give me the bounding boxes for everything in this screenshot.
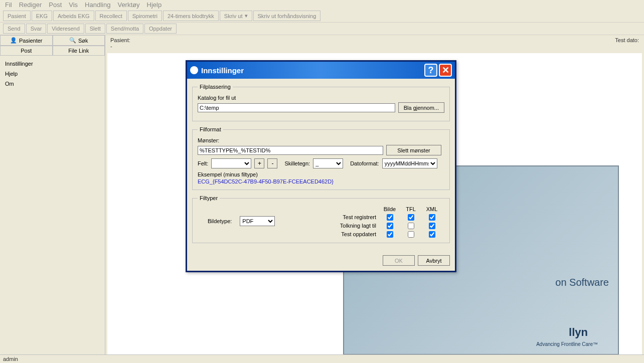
- chk-r3-tfl[interactable]: [408, 231, 414, 238]
- avbryt-button[interactable]: Avbryt: [418, 255, 450, 266]
- testdato-label: Test dato:: [615, 37, 639, 43]
- eksempel-value: ECG_{F54DC52C-47B9-4F50-B97E-FCEEACED462…: [198, 178, 444, 185]
- chk-r1-bilde[interactable]: [387, 214, 393, 221]
- minus-button[interactable]: -: [267, 158, 277, 168]
- bildetype-label: Bildetype:: [208, 218, 232, 224]
- datoformat-combo[interactable]: yyyyMMddHHmms: [382, 158, 437, 168]
- tb-slett[interactable]: Slett: [85, 24, 105, 34]
- subtab-filelink[interactable]: File Link: [53, 46, 105, 56]
- chk-r1-tfl[interactable]: [408, 214, 414, 221]
- dialog-title: Innstillinger: [201, 66, 244, 75]
- tab-pasienter[interactable]: 👤 Pasienter: [0, 35, 53, 46]
- dialog-icon: [190, 66, 198, 74]
- browse-button[interactable]: Bla gjennom...: [398, 102, 444, 113]
- tb-spirometri[interactable]: Spirometri: [128, 11, 162, 21]
- filtyper-group: Filtyper Bildetype: PDF Bilde TFL XML Te…: [192, 195, 450, 243]
- help-button[interactable]: ?: [424, 64, 437, 77]
- menu-handling[interactable]: Handling: [85, 1, 110, 9]
- tb-recollect[interactable]: Recollect: [95, 11, 127, 21]
- close-button[interactable]: ✕: [439, 64, 452, 77]
- katalog-input[interactable]: [198, 103, 395, 112]
- chk-r2-xml[interactable]: [429, 223, 435, 229]
- datoformat-label: Datoformat:: [350, 160, 379, 166]
- left-panel: 👤 Pasienter 🔍 Søk Post File Link Innstil…: [0, 35, 105, 359]
- row-tolkning: Tolkning lagt til: [340, 223, 376, 229]
- tb-oppdater[interactable]: Oppdater: [144, 24, 177, 34]
- statusbar: admin: [0, 354, 644, 363]
- filformat-group: Filformat Mønster: Slett mønster Felt: +…: [192, 126, 450, 190]
- skilletegn-combo[interactable]: _: [313, 158, 343, 168]
- katalog-label: Katalog for fil ut: [198, 95, 444, 101]
- row-test-oppdatert: Test oppdatert: [341, 231, 376, 238]
- tb-arbeids-ekg[interactable]: Arbeids EKG: [53, 11, 94, 21]
- slett-monster-button[interactable]: Slett mønster: [386, 145, 441, 155]
- menubar: Fil Rediger Post Vis Handling Verktøy Hj…: [0, 0, 644, 10]
- menu-vis[interactable]: Vis: [69, 1, 78, 9]
- titlebar[interactable]: Innstillinger ? ✕: [187, 62, 455, 79]
- col-tfl: TFL: [406, 206, 416, 212]
- col-bilde: Bilde: [384, 206, 396, 212]
- chk-r1-xml[interactable]: [429, 214, 435, 221]
- skilletegn-label: Skilletegn:: [284, 160, 310, 166]
- tb-ekg[interactable]: EKG: [32, 11, 52, 21]
- tb-skriv-ut[interactable]: Skriv ut ▾: [220, 11, 252, 21]
- felt-combo[interactable]: [211, 158, 251, 168]
- plus-button[interactable]: +: [254, 158, 264, 168]
- monster-input[interactable]: [198, 146, 383, 155]
- subtab-post[interactable]: Post: [0, 46, 53, 56]
- filplassering-legend: Filplassering: [198, 84, 233, 90]
- chk-r3-xml[interactable]: [429, 231, 435, 238]
- tb-forhandsvisning[interactable]: Skriv ut forhåndsvisning: [253, 11, 321, 21]
- status-user: admin: [3, 356, 18, 362]
- row-test-registrert: Test registrert: [343, 214, 376, 221]
- tab-sok[interactable]: 🔍 Søk: [53, 35, 105, 46]
- felt-label: Felt:: [198, 160, 208, 166]
- software-text: on Software: [555, 277, 609, 288]
- toolbar-main: Pasient EKG Arbeids EKG Recollect Spirom…: [0, 10, 644, 23]
- tb-pasient[interactable]: Pasient: [3, 11, 31, 21]
- settings-dialog: Innstillinger ? ✕ Filplassering Katalog …: [186, 60, 456, 272]
- tb-svar[interactable]: Svar: [26, 24, 47, 34]
- tb-send-motta[interactable]: Send/motta: [106, 24, 143, 34]
- menu-fil[interactable]: Fil: [5, 1, 12, 9]
- filtyper-legend: Filtyper: [198, 195, 220, 201]
- pasient-value: -: [110, 43, 112, 49]
- brand-text: llyn: [569, 326, 588, 339]
- tb-send[interactable]: Send: [3, 24, 25, 34]
- eksempel-label: Eksempel (minus filtype): [198, 171, 444, 177]
- nav-om[interactable]: Om: [0, 79, 105, 89]
- nav-hjelp[interactable]: Hjelp: [0, 69, 105, 79]
- nav-innstillinger[interactable]: Innstillinger: [0, 59, 105, 69]
- bildetype-combo[interactable]: PDF: [240, 216, 275, 226]
- monster-label: Mønster:: [198, 137, 444, 143]
- pasient-label: Pasient:: [110, 37, 130, 43]
- menu-hjelp[interactable]: Hjelp: [147, 1, 162, 9]
- menu-verktoy[interactable]: Verktøy: [117, 1, 139, 9]
- toolbar-mail: Send Svar Videresend Slett Send/motta Op…: [0, 23, 644, 35]
- filformat-legend: Filformat: [198, 126, 223, 132]
- tb-videresend[interactable]: Videresend: [47, 24, 84, 34]
- menu-post[interactable]: Post: [49, 1, 62, 9]
- chk-r2-bilde[interactable]: [387, 223, 393, 229]
- chk-r2-tfl[interactable]: [408, 223, 414, 229]
- ok-button[interactable]: OK: [383, 255, 415, 266]
- filplassering-group: Filplassering Katalog for fil ut Bla gje…: [192, 84, 450, 121]
- col-xml: XML: [426, 206, 438, 212]
- tagline: Advancing Frontline Care™: [536, 341, 598, 347]
- menu-rediger[interactable]: Rediger: [19, 1, 42, 9]
- tb-blodtrykk[interactable]: 24-timers blodtrykk: [163, 11, 219, 21]
- chk-r3-bilde[interactable]: [387, 231, 393, 238]
